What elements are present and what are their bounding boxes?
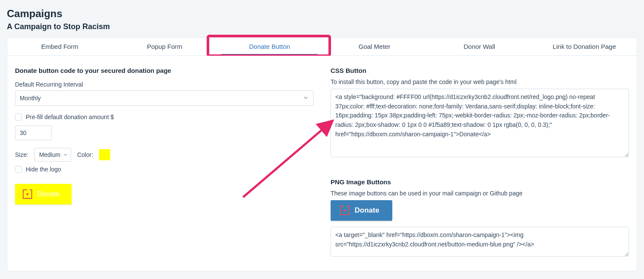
page-title: Campaigns — [7, 8, 637, 20]
size-select-value: Medium — [39, 151, 60, 158]
color-swatch[interactable] — [99, 149, 110, 160]
tab-donate-button[interactable]: Donate Button — [217, 38, 322, 55]
tab-label: Donor Wall — [463, 43, 495, 50]
hide-logo-checkbox[interactable] — [15, 166, 22, 173]
campaign-subtitle: A Campaign to Stop Racism — [7, 22, 637, 31]
tab-donor-wall[interactable]: Donor Wall — [427, 38, 532, 55]
donate-logo-icon: ♥ — [340, 206, 349, 215]
interval-label: Default Recurring Interval — [15, 81, 313, 88]
tab-bar: Embed Form Popup Form Donate Button Goal… — [7, 37, 637, 56]
tab-embed-form[interactable]: Embed Form — [7, 38, 112, 55]
size-label: Size: — [15, 151, 28, 158]
donate-preview-label: Donate — [37, 190, 60, 198]
size-select[interactable]: Medium — [34, 148, 71, 162]
png-code-textarea[interactable] — [331, 227, 629, 257]
prefill-amount-label: Pre-fill default donation amount $ — [26, 114, 114, 120]
prefill-amount-input[interactable] — [15, 126, 52, 140]
css-helper-text: To install this button, copy and paste t… — [331, 78, 629, 85]
donate-preview-button[interactable]: ♥ Donate — [15, 184, 72, 204]
tab-label: Popup Form — [147, 43, 183, 50]
tab-goal-meter[interactable]: Goal Meter — [322, 38, 427, 55]
prefill-amount-checkbox[interactable] — [15, 114, 22, 120]
interval-select[interactable]: Monthly — [15, 90, 313, 106]
png-buttons-heading: PNG Image Buttons — [331, 178, 629, 186]
color-label: Color: — [77, 151, 93, 158]
tab-popup-form[interactable]: Popup Form — [112, 38, 217, 55]
png-helper-text: These image buttons can be used in your … — [331, 190, 629, 197]
tab-link-to-donation-page[interactable]: Link to Donation Page — [532, 38, 637, 55]
css-button-heading: CSS Button — [331, 67, 629, 74]
hide-logo-label: Hide the logo — [26, 166, 61, 173]
donate-logo-icon: ♥ — [23, 189, 32, 199]
css-code-textarea[interactable] — [331, 89, 629, 157]
left-section-heading: Donate button code to your secured donat… — [15, 67, 313, 74]
png-donate-button[interactable]: ♥ Donate — [331, 200, 392, 221]
tab-label: Goal Meter — [358, 43, 390, 50]
tab-label: Link to Donation Page — [553, 43, 616, 50]
tab-label: Donate Button — [249, 43, 290, 50]
png-donate-label: Donate — [355, 206, 379, 215]
tab-label: Embed Form — [41, 43, 78, 50]
interval-select-value: Monthly — [20, 95, 41, 102]
